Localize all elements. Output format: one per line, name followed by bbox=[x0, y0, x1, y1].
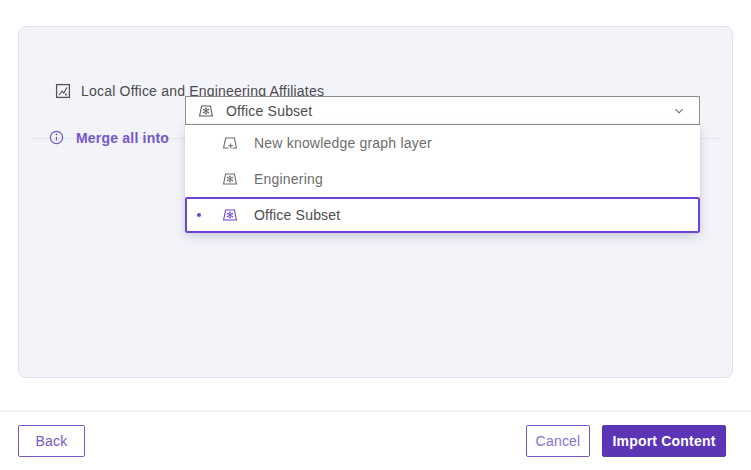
import-content-button[interactable]: Import Content bbox=[602, 425, 726, 457]
merge-all-into-label: Merge all into bbox=[76, 130, 184, 146]
dropdown-option-office-subset[interactable]: Office Subset bbox=[185, 197, 700, 233]
merge-target-dropdown: New knowledge graph layer bbox=[185, 125, 700, 233]
layer-checkbox-icon[interactable] bbox=[55, 83, 71, 99]
option-label: Office Subset bbox=[254, 207, 340, 223]
dropdown-option-enginering[interactable]: Enginering bbox=[185, 161, 700, 197]
info-icon[interactable] bbox=[49, 130, 64, 145]
option-label: Enginering bbox=[254, 171, 323, 187]
footer-divider bbox=[0, 410, 751, 412]
select-value: Office Subset bbox=[226, 103, 673, 119]
knowledge-graph-layer-icon bbox=[222, 171, 238, 187]
back-button[interactable]: Back bbox=[18, 425, 85, 457]
option-label: New knowledge graph layer bbox=[254, 135, 432, 151]
knowledge-graph-layer-icon bbox=[198, 103, 214, 119]
merge-target-select[interactable]: Office Subset bbox=[185, 96, 700, 125]
dropdown-option-new-knowledge-graph-layer[interactable]: New knowledge graph layer bbox=[185, 125, 700, 161]
chevron-down-icon bbox=[673, 105, 685, 117]
cancel-button[interactable]: Cancel bbox=[526, 425, 590, 457]
new-knowledge-graph-layer-icon bbox=[222, 135, 238, 151]
knowledge-graph-layer-icon bbox=[222, 207, 238, 223]
selected-bullet-icon bbox=[197, 213, 201, 217]
merge-row: Merge all into bbox=[49, 123, 184, 152]
